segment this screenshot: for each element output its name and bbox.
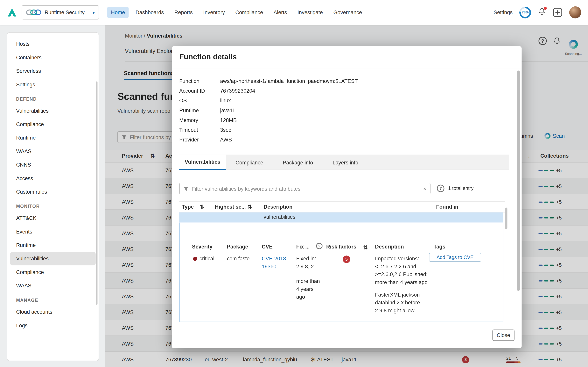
notifications-bell-icon[interactable] [538, 8, 546, 17]
sidebar-item-waas[interactable]: WAAS [7, 279, 99, 292]
fix-help-icon[interactable]: ? [316, 243, 322, 249]
selected-vulnerability-row[interactable]: vulnerabilities [179, 212, 503, 223]
sidebar-item-runtime[interactable]: Runtime [7, 238, 99, 252]
nav-item-dashboards[interactable]: Dashboards [132, 7, 168, 18]
sidebar-item-containers[interactable]: Containers [7, 50, 99, 64]
nav-item-inventory[interactable]: Inventory [200, 7, 229, 18]
sidebar-section-label: MANAGE [7, 292, 99, 305]
sidebar-list: HostsContainersServerlessSettingsDEFENDV… [7, 37, 99, 332]
package-value: com.faste... [227, 255, 254, 262]
field-value-memory: 128MB [220, 117, 237, 123]
field-value-runtime: java11 [220, 108, 235, 113]
critical-severity-dot [193, 257, 197, 261]
field-value-provider: AWS [220, 137, 232, 143]
subcol-cve: CVE [262, 244, 273, 250]
product-selector-label: Runtime Security [45, 9, 89, 15]
sidebar-item-vulnerabilities[interactable]: Vulnerabilities [10, 252, 96, 265]
field-label: Runtime [179, 108, 220, 113]
vulnerabilities-filter: × [179, 183, 430, 194]
modal-scrollbar[interactable] [517, 71, 520, 291]
sidebar-section-label: MONITOR [7, 199, 99, 211]
col-type: Type [182, 204, 194, 210]
sidebar-item-compliance[interactable]: Compliance [7, 265, 99, 279]
vulnerability-detail-panel: Severity Package CVE Fix ... ? Risk fact… [179, 223, 503, 322]
description-impacted: Impacted versions: <=2.6.7.2,2.6 and >=2… [375, 255, 428, 286]
prisma-logo-icon [7, 7, 17, 18]
filter-funnel-icon [183, 186, 189, 191]
tab-vulnerabilities[interactable]: Vulnerabilities [179, 155, 226, 170]
divider [172, 326, 522, 326]
tab-compliance[interactable]: Compliance [226, 155, 273, 170]
topbar-right: Settings 78% [494, 6, 588, 18]
subcol-severity: Severity [192, 244, 212, 250]
sidebar-item-runtime[interactable]: Runtime [7, 131, 99, 144]
sidebar-item-hosts[interactable]: Hosts [7, 37, 99, 50]
field-label: Timeout [179, 127, 220, 133]
sidebar-item-access[interactable]: Access [7, 171, 99, 185]
sidebar-item-cloud-accounts[interactable]: Cloud accounts [7, 305, 99, 318]
fix-cell: Fixed in: 2.9.8, 2.... more than 4 years… [296, 255, 322, 301]
sidebar-item-custom-rules[interactable]: Custom rules [7, 185, 99, 199]
field-label: OS [179, 98, 220, 104]
nav-item-investigate[interactable]: Investigate [294, 7, 326, 18]
nav-item-compliance[interactable]: Compliance [232, 7, 267, 18]
cve-link[interactable]: CVE-2018-19360 [262, 255, 292, 270]
subcol-description: Description [375, 244, 404, 250]
field-value-os: linux [220, 98, 231, 104]
subcol-risk-factors: Risk factors [326, 244, 356, 250]
nav-item-governance[interactable]: Governance [330, 7, 366, 18]
sidebar-item-events[interactable]: Events [7, 225, 99, 238]
sidebar-item-settings[interactable]: Settings [7, 78, 99, 91]
sidebar-item-waas[interactable]: WAAS [7, 144, 99, 158]
vulnerabilities-filter-input[interactable] [192, 186, 420, 192]
table-scrollbar[interactable] [505, 208, 507, 229]
subcol-package: Package [227, 244, 248, 250]
nav-item-alerts[interactable]: Alerts [270, 7, 291, 18]
modules-icon [26, 8, 42, 16]
sidebar-item-cnns[interactable]: CNNS [7, 158, 99, 171]
sort-icon[interactable]: ⇅ [248, 204, 252, 210]
sidebar-item-serverless[interactable]: Serverless [7, 64, 99, 78]
chevron-down-icon: ▾ [92, 9, 95, 15]
function-fields: Functionaws/ap-northeast-1/lambda_functi… [179, 76, 358, 144]
ai-assistant-icon[interactable] [553, 8, 563, 17]
risk-factors-badge[interactable]: 5 [343, 256, 350, 263]
description-cell: Impacted versions: <=2.6.7.2,2.6 and >=2… [375, 255, 428, 315]
col-highest-severity: Highest se... [215, 204, 246, 210]
tab-layers-info[interactable]: Layers info [323, 155, 368, 170]
field-value-function: aws/ap-northeast-1/lambda_function_paedm… [220, 78, 358, 84]
sidebar-scrollbar[interactable] [96, 81, 98, 305]
close-button[interactable]: Close [492, 329, 515, 341]
vulnerabilities-table-header: Type ⇅ Highest se... ⇅ Description Found… [179, 201, 505, 212]
app-viewport: Runtime Security ▾ Home Dashboards Repor… [0, 0, 588, 367]
field-label: Function [179, 78, 220, 84]
product-selector[interactable]: Runtime Security ▾ [22, 5, 99, 19]
sidebar-item-logs[interactable]: Logs [7, 318, 99, 332]
sidebar-item-compliance[interactable]: Compliance [7, 117, 99, 131]
user-avatar[interactable] [569, 6, 581, 18]
credits-progress-badge[interactable]: 78% [519, 7, 531, 18]
add-tags-to-cve-button[interactable]: Add Tags to CVE [429, 253, 481, 261]
severity-value: critical [200, 255, 215, 262]
settings-link[interactable]: Settings [494, 9, 513, 15]
fix-versions: Fixed in: 2.9.8, 2.... [296, 255, 322, 270]
col-description: Description [264, 204, 293, 210]
function-details-modal: Function details Functionaws/ap-northeas… [172, 46, 522, 348]
nav-item-home[interactable]: Home [107, 7, 129, 18]
sort-icon[interactable]: ⇅ [200, 204, 204, 210]
divider [172, 69, 522, 69]
field-label: Account ID [179, 88, 220, 94]
total-entries-label: 1 total entry [448, 185, 474, 191]
sidebar-section-label: DEFEND [7, 91, 99, 104]
tab-package-info[interactable]: Package info [273, 155, 323, 170]
field-label: Memory [179, 117, 220, 123]
credits-progress-value: 78% [522, 10, 529, 14]
topbar: Runtime Security ▾ Home Dashboards Repor… [0, 0, 588, 25]
sort-icon[interactable]: ⇅ [363, 244, 368, 250]
nav-item-reports[interactable]: Reports [170, 7, 196, 18]
filter-help-icon[interactable]: ? [437, 185, 444, 192]
clear-filter-icon[interactable]: × [423, 185, 427, 192]
sidebar-item-vulnerabilities[interactable]: Vulnerabilities [7, 104, 99, 117]
sidebar-item-att-ck[interactable]: ATT&CK [7, 211, 99, 225]
description-summary: FasterXML jackson-databind 2.x before 2.… [375, 291, 428, 315]
